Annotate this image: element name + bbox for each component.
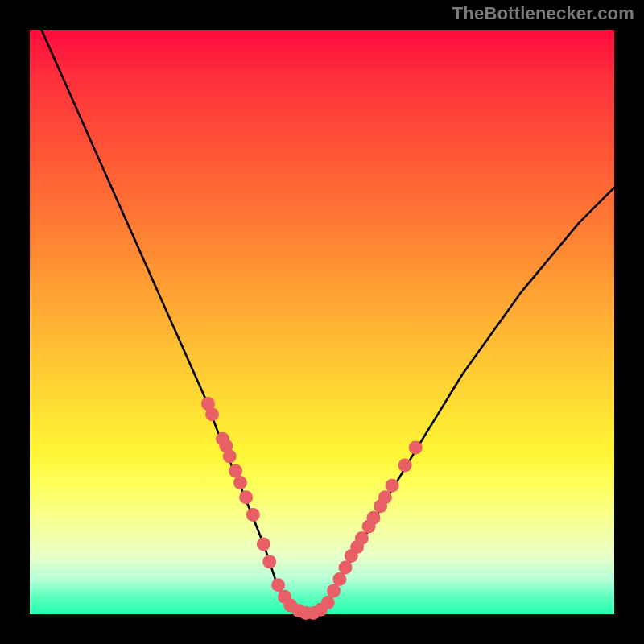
data-point xyxy=(262,555,276,568)
data-point xyxy=(239,490,253,504)
data-point xyxy=(321,596,335,609)
data-point xyxy=(257,537,270,551)
data-point xyxy=(229,464,242,478)
data-point xyxy=(386,479,399,493)
curve-layer xyxy=(42,30,615,614)
data-point xyxy=(223,450,237,464)
attribution-text: TheBottlenecker.com xyxy=(452,3,634,24)
data-point xyxy=(246,508,260,522)
data-point xyxy=(398,458,412,472)
dots-layer xyxy=(201,397,423,620)
data-point xyxy=(271,578,285,592)
chart-svg xyxy=(30,30,614,614)
data-point xyxy=(355,531,369,545)
data-point xyxy=(378,490,392,504)
data-point xyxy=(233,476,247,489)
data-point xyxy=(339,560,353,574)
bottleneck-curve xyxy=(42,30,615,614)
chart-frame: TheBottlenecker.com xyxy=(0,0,644,644)
plot-gradient-area xyxy=(30,30,614,614)
data-point xyxy=(366,511,380,525)
data-point xyxy=(409,441,423,455)
data-point xyxy=(327,584,341,598)
data-point xyxy=(205,407,219,421)
data-point xyxy=(332,572,346,586)
